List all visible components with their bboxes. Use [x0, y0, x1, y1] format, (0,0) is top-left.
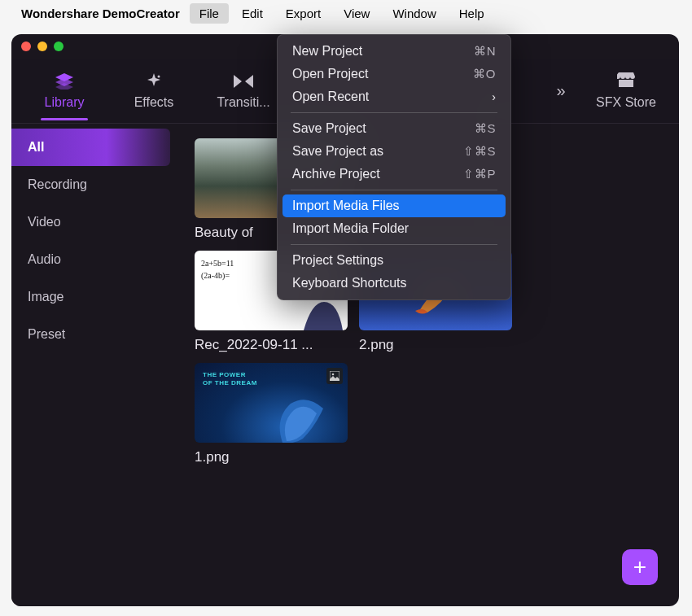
- media-item-label: Rec_2022-09-11 ...: [195, 337, 348, 353]
- sparkle-icon: [146, 72, 162, 90]
- media-item-label: 2.png: [359, 337, 512, 353]
- image-badge-icon: [326, 368, 343, 384]
- menu-view[interactable]: View: [334, 3, 379, 24]
- sidebar-item-video[interactable]: Video: [11, 203, 178, 241]
- menu-file[interactable]: File: [190, 3, 229, 24]
- chevron-right-icon: ›: [492, 90, 496, 103]
- tabs-overflow-button[interactable]: »: [541, 81, 581, 100]
- sidebar-item-all[interactable]: All: [11, 129, 170, 166]
- menu-separator: [291, 244, 497, 245]
- svg-marker-2: [55, 83, 73, 90]
- sidebar-item-recording[interactable]: Recording: [11, 166, 178, 203]
- tab-sfx-store[interactable]: SFX Store: [581, 72, 671, 110]
- menu-separator: [291, 190, 497, 190]
- tab-sfx-label: SFX Store: [596, 95, 656, 110]
- svg-point-11: [332, 374, 335, 376]
- menu-save-project[interactable]: Save Project ⌘S: [282, 117, 506, 140]
- menu-separator: [291, 112, 497, 113]
- sidebar-item-audio[interactable]: Audio: [11, 241, 178, 278]
- menu-open-project[interactable]: Open Project ⌘O: [282, 63, 506, 85]
- menu-archive-project[interactable]: Archive Project ⇧⌘P: [282, 163, 506, 186]
- menu-keyboard-shortcuts[interactable]: Keyboard Shortcuts: [282, 272, 506, 295]
- menu-project-settings[interactable]: Project Settings: [282, 249, 506, 272]
- close-window-button[interactable]: [21, 42, 31, 51]
- minimize-window-button[interactable]: [37, 42, 47, 51]
- menu-window[interactable]: Window: [383, 3, 445, 24]
- sidebar: All Recording Video Audio Image Preset: [11, 124, 178, 606]
- menu-export[interactable]: Export: [276, 3, 331, 24]
- tab-effects[interactable]: Effects: [109, 63, 199, 120]
- menu-import-media-files[interactable]: Import Media Files: [282, 194, 506, 217]
- layers-icon: [55, 72, 73, 90]
- bowtie-icon: [234, 72, 253, 90]
- menu-new-project[interactable]: New Project ⌘N: [282, 40, 506, 63]
- plus-icon: +: [633, 554, 646, 580]
- menu-save-project-as[interactable]: Save Project as ⇧⌘S: [282, 140, 506, 163]
- tab-transition-label: Transiti...: [217, 95, 269, 110]
- sidebar-item-preset[interactable]: Preset: [11, 316, 178, 353]
- menu-help[interactable]: Help: [449, 3, 494, 24]
- app-name[interactable]: Wondershare DemoCreator: [21, 7, 180, 20]
- tab-effects-label: Effects: [134, 95, 174, 110]
- sidebar-item-image[interactable]: Image: [11, 278, 178, 316]
- media-item[interactable]: THE POWER OF THE DREAM 1.png: [195, 363, 348, 465]
- file-menu-dropdown: New Project ⌘N Open Project ⌘O Open Rece…: [277, 34, 511, 300]
- tab-library[interactable]: Library: [20, 63, 109, 120]
- svg-point-3: [158, 75, 160, 77]
- menu-open-recent[interactable]: Open Recent ›: [282, 85, 506, 108]
- macos-menubar: Wondershare DemoCreator File Edit Export…: [0, 0, 692, 26]
- zoom-window-button[interactable]: [54, 42, 64, 51]
- menu-edit[interactable]: Edit: [232, 3, 273, 24]
- tab-library-label: Library: [45, 95, 85, 110]
- media-item-label: 1.png: [195, 449, 348, 465]
- add-button[interactable]: +: [622, 549, 658, 585]
- chevron-double-right-icon: »: [556, 81, 565, 100]
- media-thumbnail: THE POWER OF THE DREAM: [195, 363, 348, 443]
- menu-import-media-folder[interactable]: Import Media Folder: [282, 217, 506, 240]
- store-icon: [617, 72, 635, 90]
- tab-transition[interactable]: Transiti...: [199, 63, 288, 120]
